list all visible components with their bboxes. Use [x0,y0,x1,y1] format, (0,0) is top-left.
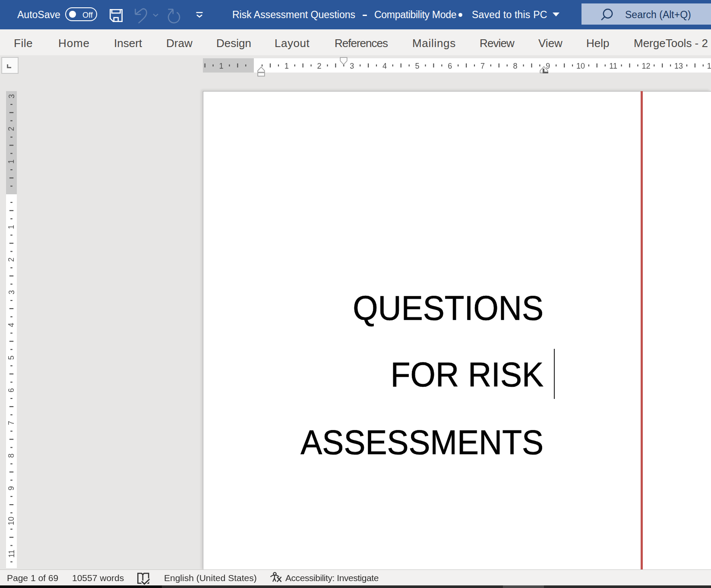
svg-text:1: 1 [219,62,223,70]
svg-text:14: 14 [707,62,711,70]
svg-text:9: 9 [7,486,16,490]
svg-text:10: 10 [7,517,16,525]
svg-text:8: 8 [513,62,518,70]
svg-text:6: 6 [448,62,452,70]
svg-text:4: 4 [382,62,387,70]
svg-text:3: 3 [350,62,354,70]
svg-text:1: 1 [7,159,16,164]
svg-text:2: 2 [7,257,16,262]
svg-text:4: 4 [7,323,16,327]
svg-text:11: 11 [609,62,617,70]
svg-text:2: 2 [317,62,322,70]
svg-text:5: 5 [415,62,420,70]
svg-text:5: 5 [7,355,16,360]
svg-text:7: 7 [7,421,16,425]
svg-text:1: 1 [284,62,289,70]
svg-text:12: 12 [641,62,650,70]
svg-text:3: 3 [7,94,16,98]
svg-text:8: 8 [7,453,16,458]
svg-text:6: 6 [7,388,16,392]
svg-text:10: 10 [576,62,585,70]
svg-text:11: 11 [7,550,16,558]
svg-text:2: 2 [7,127,16,131]
svg-text:3: 3 [7,290,16,294]
svg-text:1: 1 [7,225,16,229]
svg-text:13: 13 [674,62,683,70]
svg-text:7: 7 [480,62,485,70]
